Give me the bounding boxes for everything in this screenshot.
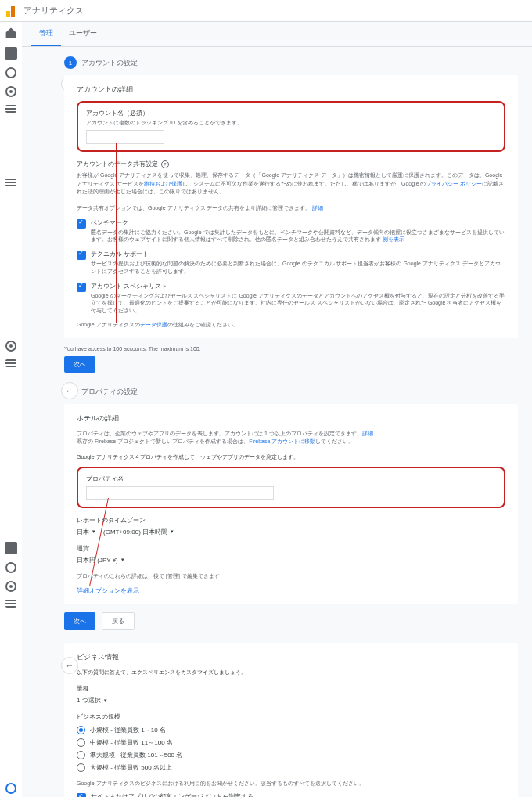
account-limit-text: You have access to 100 accounts. The max…: [64, 346, 518, 352]
currency-label: 通貨: [77, 544, 505, 553]
maintain-link[interactable]: 維持および保護: [144, 181, 182, 186]
edit-later-note: プロパティのこれらの詳細は、後で [管理] で編集できます: [77, 572, 505, 580]
step-2-title: プロパティの設定: [81, 387, 138, 397]
gear-icon[interactable]: [5, 783, 16, 794]
size-label: ビジネスの規模: [77, 712, 505, 721]
configure-icon-3[interactable]: [5, 359, 16, 367]
content-area: 1 アカウントの設定 アカウントの詳細 アカウント名（必須） アカウントに複数の…: [22, 47, 532, 797]
industry-select[interactable]: 1 つ選択: [77, 696, 107, 705]
advertising-icon[interactable]: [5, 86, 16, 97]
size-radio-small[interactable]: [77, 726, 85, 734]
next-button-1[interactable]: 次へ: [64, 356, 95, 373]
share-note-link[interactable]: 詳細: [312, 205, 323, 211]
currency-block: 通貨 日本円 (JPY ¥): [77, 544, 505, 564]
size-label-1: 小規模 - 従業員数 1～10 名: [90, 726, 166, 734]
benchmark-row: ベンチマーク 匿名データの集計にご協力ください。Google では集計したデータ…: [77, 218, 505, 244]
show-advanced-link[interactable]: 詳細オプションを表示: [77, 586, 505, 595]
goal-1-label: サイトまたはアプリでの顧客エンゲージメントを測定する: [91, 792, 253, 797]
home-icon[interactable]: [5, 27, 17, 39]
property-name-input[interactable]: [86, 486, 274, 500]
back-button-2[interactable]: 戻る: [102, 612, 135, 630]
info-icon[interactable]: ?: [161, 160, 169, 168]
size-radio-xlarge[interactable]: [77, 763, 85, 772]
property-panel: ホテルの詳細 プロパティは、企業のウェブやアプリのデータを表します。アカウントに…: [64, 404, 518, 604]
sidebar-mid: [0, 179, 22, 186]
share-settings-desc: お客様が Google アナリティクスを使って収集、処理、保存するデータ（「Go…: [77, 171, 505, 197]
left-sidebar: [0, 22, 22, 113]
size-radio-large[interactable]: [77, 751, 85, 759]
ga4-note: Google アナリティクス 4 プロパティを作成して、ウェブやアプリのデータを…: [77, 453, 505, 462]
industry-block: 業種 1 つ選択: [77, 684, 505, 705]
property-name-redbox-annotation: プロパティ名: [77, 467, 505, 508]
business-panel: ビジネス情報 以下の質問に答えて、エクスペリエンスをカスタマイズしましょう。 業…: [64, 643, 518, 797]
next-button-2[interactable]: 次へ: [64, 612, 95, 630]
specialist-row: アカウント スペシャリスト Google のマーケティングおよびセールス スペシ…: [77, 282, 505, 315]
spec-desc: Google のマーケティングおよびセールス スペシャリストに Google ア…: [91, 292, 505, 315]
data-protection-link[interactable]: データ保護: [140, 322, 167, 327]
tz-value-select[interactable]: (GMT+09:00) 日本時間: [103, 528, 174, 536]
step-2: 2 プロパティの設定 ホテルの詳細 プロパティは、企業のウェブやアプリのデータを…: [64, 385, 518, 630]
currency-select[interactable]: 日本円 (JPY ¥): [77, 556, 124, 564]
step-1-num: 1: [64, 56, 77, 69]
tab-admin[interactable]: 管理: [31, 22, 61, 46]
configure-icon[interactable]: [5, 105, 16, 113]
tech-title: テクニカル サポート: [91, 250, 505, 258]
size-radio-medium[interactable]: [77, 738, 85, 747]
prop-desc: プロパティは、企業のウェブやアプリのデータを表します。アカウントには 1 つ以上…: [77, 430, 505, 445]
sidebar-group-2: [0, 341, 22, 367]
firebase-link[interactable]: Firebase アカウントに移動: [249, 438, 315, 444]
tabs-bar: 管理 ユーザー: [22, 22, 532, 47]
step-1-buttons: 次へ: [64, 356, 518, 373]
panel-1-title: アカウントの詳細: [77, 85, 505, 95]
tech-support-row: テクニカル サポート サービスの提供および技術的な問題の解決のために必要と判断さ…: [77, 250, 505, 276]
back-arrow-button-2[interactable]: [61, 382, 78, 399]
prop-name-label: プロパティ名: [86, 474, 496, 483]
explore-icon-2[interactable]: [5, 562, 16, 573]
benchmark-title: ベンチマーク: [91, 218, 505, 227]
account-name-label: アカウント名（必須）: [86, 109, 496, 117]
panel-3-title: ビジネス情報: [77, 652, 505, 662]
step-3: ビジネス情報 以下の質問に答えて、エクスペリエンスをカスタマイズしましょう。 業…: [64, 643, 518, 797]
share-settings-title: アカウントのデータ共有設定 ?: [77, 160, 505, 168]
advertising-icon-2[interactable]: [5, 341, 16, 352]
industry-label: 業種: [77, 684, 505, 693]
goals-note: Google アナリティクスのビジネスにおける利用目的をお聞かせください。該当す…: [77, 780, 505, 788]
benchmark-desc: 匿名データの集計にご協力ください。Google では集計したデータをもとに、ベン…: [91, 229, 505, 244]
size-label-4: 大規模 - 従業員数 500 名以上: [90, 763, 172, 772]
account-name-input[interactable]: [86, 130, 164, 144]
tz-country-select[interactable]: 日本: [77, 528, 95, 536]
goal-1-checkbox[interactable]: [77, 793, 86, 797]
specialist-checkbox[interactable]: [77, 283, 86, 292]
data-protection-footnote: Google アナリティクスのデータ保護の仕組みをご確認ください。: [77, 321, 505, 329]
panel-2-title: ホテルの詳細: [77, 413, 505, 424]
reports-icon-2[interactable]: [5, 542, 17, 554]
tab-user[interactable]: ユーザー: [61, 22, 105, 46]
tech-desc: サービスの提供および技術的な問題の解決のために必要と判断された場合に、Googl…: [91, 260, 505, 276]
step-1: 1 アカウントの設定 アカウントの詳細 アカウント名（必須） アカウントに複数の…: [64, 56, 518, 338]
size-label-3: 準大規模 - 従業員数 101～500 名: [90, 751, 182, 759]
account-detail-panel: アカウントの詳細 アカウント名（必須） アカウントに複数のトラッキング ID を…: [64, 75, 518, 338]
benchmark-checkbox[interactable]: [77, 219, 86, 229]
tz-label: レポートのタイムゾーン: [77, 516, 505, 525]
share-note: データ共有オプションでは、Google アナリティクス データの共有をより詳細に…: [77, 204, 505, 212]
account-name-redbox-annotation: アカウント名（必須） アカウントに複数のトラッキング ID を含めることができま…: [77, 101, 505, 152]
reports-icon[interactable]: [5, 47, 17, 60]
configure-icon-2[interactable]: [5, 179, 16, 186]
sidebar-bottom: [0, 783, 22, 794]
benchmark-example-link[interactable]: 例を表示: [383, 236, 404, 242]
step-1-title: アカウントの設定: [81, 58, 138, 68]
privacy-policy-link[interactable]: プライバシー ポリシー: [426, 181, 482, 186]
app-title: アナリティクス: [23, 5, 84, 16]
advertising-icon-3[interactable]: [5, 581, 16, 592]
back-arrow-button-3[interactable]: [61, 657, 78, 674]
tech-support-checkbox[interactable]: [77, 251, 86, 260]
size-label-2: 中規模 - 従業員数 11～100 名: [90, 738, 173, 747]
explore-icon[interactable]: [5, 67, 16, 78]
analytics-logo-icon: [6, 5, 19, 17]
timezone-block: レポートのタイムゾーン 日本 (GMT+09:00) 日本時間: [77, 516, 505, 536]
configure-icon-4[interactable]: [5, 600, 16, 608]
customize-note: 以下の質問に答えて、エクスペリエンスをカスタマイズしましょう。: [77, 669, 505, 677]
prop-detail-link[interactable]: 詳細: [362, 431, 373, 436]
account-name-hint: アカウントに複数のトラッキング ID を含めることができます。: [86, 119, 496, 127]
spec-title: アカウント スペシャリスト: [91, 282, 505, 290]
